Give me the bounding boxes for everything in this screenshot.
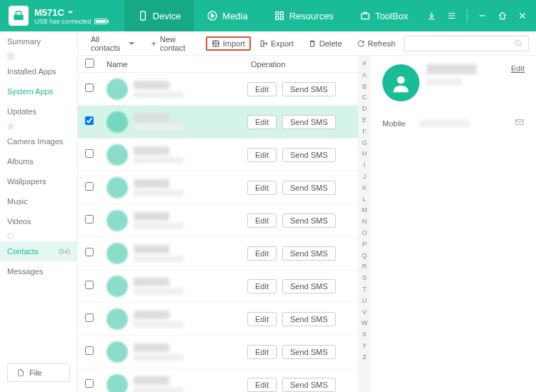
row-checkbox[interactable] — [85, 84, 94, 92]
edit-button[interactable]: Edit — [247, 148, 277, 162]
table-row[interactable]: Edit Send SMS — [78, 139, 358, 171]
sidebar-item-contacts[interactable]: Contacts(54) — [0, 241, 77, 261]
row-checkbox[interactable] — [85, 116, 94, 125]
send-sms-button[interactable]: Send SMS — [282, 246, 336, 261]
sidebar-item-camera-images[interactable]: Camera Images — [0, 131, 77, 151]
row-checkbox[interactable] — [85, 281, 94, 289]
download-icon[interactable] — [427, 11, 437, 21]
edit-button[interactable]: Edit — [247, 82, 277, 96]
letter-H[interactable]: H — [362, 149, 367, 160]
tab-device[interactable]: Device — [124, 0, 194, 31]
letter-R[interactable]: R — [362, 261, 367, 273]
letter-N[interactable]: N — [362, 216, 367, 228]
table-row[interactable]: Edit Send SMS — [78, 237, 358, 270]
letter-#[interactable]: # — [362, 59, 366, 70]
letter-W[interactable]: W — [362, 318, 368, 329]
send-sms-button[interactable]: Send SMS — [282, 148, 336, 162]
table-row[interactable]: Edit Send SMS — [78, 336, 358, 368]
row-checkbox[interactable] — [85, 346, 94, 355]
letter-A[interactable]: A — [362, 70, 367, 81]
edit-button[interactable]: Edit — [247, 312, 277, 326]
row-checkbox[interactable] — [85, 149, 94, 158]
table-row[interactable]: Edit Send SMS — [78, 106, 358, 139]
close-icon[interactable] — [517, 11, 527, 21]
sidebar-item-installed-apps[interactable]: Installed Apps — [0, 61, 77, 81]
send-sms-button[interactable]: Send SMS — [282, 312, 336, 326]
letter-X[interactable]: X — [362, 329, 367, 341]
send-sms-button[interactable]: Send SMS — [282, 82, 336, 96]
send-sms-button[interactable]: Send SMS — [282, 181, 336, 195]
device-info[interactable]: M571C USB has connected — [34, 7, 107, 25]
sidebar-item-music[interactable]: Music — [0, 191, 77, 211]
file-button[interactable]: File — [7, 363, 70, 382]
letter-Q[interactable]: Q — [362, 251, 367, 262]
import-button[interactable]: Import — [206, 36, 251, 51]
new-contact-button[interactable]: New contact — [144, 32, 203, 55]
sidebar-item-messages[interactable]: Messages — [0, 261, 77, 281]
table-row[interactable]: Edit Send SMS — [78, 368, 358, 392]
detail-edit-link[interactable]: Edit — [511, 64, 525, 73]
search-input[interactable] — [409, 39, 514, 48]
table-row[interactable]: Edit Send SMS — [78, 270, 358, 303]
menu-icon[interactable] — [447, 11, 457, 21]
edit-button[interactable]: Edit — [247, 213, 277, 228]
sidebar-item-videos[interactable]: Videos — [0, 211, 77, 231]
delete-button[interactable]: Delete — [302, 36, 348, 51]
letter-L[interactable]: L — [362, 194, 366, 206]
edit-button[interactable]: Edit — [247, 345, 277, 359]
row-checkbox[interactable] — [85, 379, 94, 388]
row-checkbox[interactable] — [85, 248, 94, 256]
letter-S[interactable]: S — [362, 273, 367, 284]
letter-B[interactable]: B — [362, 81, 367, 93]
table-row[interactable]: Edit Send SMS — [78, 303, 358, 336]
minimize-icon[interactable] — [477, 11, 487, 21]
refresh-button[interactable]: Refresh — [351, 36, 402, 51]
letter-M[interactable]: M — [362, 205, 367, 216]
send-sms-button[interactable]: Send SMS — [282, 378, 336, 392]
tab-resources[interactable]: Resources — [261, 0, 347, 31]
send-sms-button[interactable]: Send SMS — [282, 115, 336, 129]
send-sms-button[interactable]: Send SMS — [282, 279, 336, 293]
send-sms-button[interactable]: Send SMS — [282, 213, 336, 228]
edit-button[interactable]: Edit — [247, 378, 277, 392]
sidebar-item-system-apps[interactable]: System Apps — [0, 81, 77, 101]
letter-V[interactable]: V — [362, 307, 367, 318]
letter-T[interactable]: T — [362, 284, 367, 296]
sidebar-item-wallpapers[interactable]: Wallpapers — [0, 171, 77, 191]
table-row[interactable]: Edit Send SMS — [78, 171, 358, 204]
sidebar-item-albums[interactable]: Albums — [0, 151, 77, 171]
select-all-checkbox[interactable] — [85, 59, 94, 68]
letter-Y[interactable]: Y — [362, 341, 367, 352]
letter-J[interactable]: J — [363, 171, 367, 183]
letter-D[interactable]: D — [362, 104, 367, 115]
row-checkbox[interactable] — [85, 182, 94, 191]
edit-button[interactable]: Edit — [247, 115, 277, 129]
mail-icon[interactable] — [515, 117, 525, 129]
letter-Z[interactable]: Z — [362, 352, 367, 363]
letter-U[interactable]: U — [362, 296, 367, 307]
sidebar-item-summary[interactable]: Summary — [0, 31, 77, 51]
table-row[interactable]: Edit Send SMS — [78, 73, 358, 106]
row-checkbox[interactable] — [85, 215, 94, 223]
letter-K[interactable]: K — [362, 183, 367, 194]
sidebar-item-updates[interactable]: Updates — [0, 101, 77, 121]
edit-button[interactable]: Edit — [247, 181, 277, 195]
table-row[interactable]: Edit Send SMS — [78, 204, 358, 237]
letter-I[interactable]: I — [364, 160, 366, 171]
letter-E[interactable]: E — [362, 115, 367, 126]
export-button[interactable]: Export — [254, 36, 299, 51]
letter-C[interactable]: C — [362, 92, 367, 104]
letter-O[interactable]: O — [362, 228, 367, 239]
home-icon[interactable] — [497, 11, 507, 21]
row-checkbox[interactable] — [85, 313, 94, 322]
send-sms-button[interactable]: Send SMS — [282, 345, 336, 359]
tab-toolbox[interactable]: ToolBox — [347, 0, 421, 31]
tab-media[interactable]: Media — [194, 0, 260, 31]
letter-P[interactable]: P — [362, 239, 367, 251]
all-contacts-dropdown[interactable]: All contacts — [85, 32, 142, 55]
edit-button[interactable]: Edit — [247, 279, 277, 293]
letter-F[interactable]: F — [362, 126, 367, 138]
search-box[interactable] — [404, 36, 529, 51]
edit-button[interactable]: Edit — [247, 246, 277, 261]
letter-G[interactable]: G — [362, 138, 367, 149]
